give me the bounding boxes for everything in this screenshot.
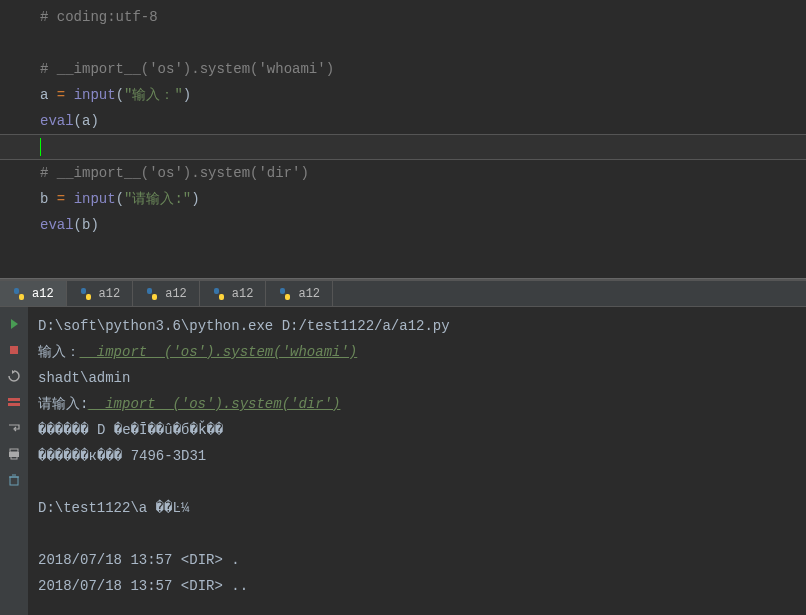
run-tab[interactable]: a12 bbox=[67, 281, 134, 306]
console-output[interactable]: D:\soft\python3.6\python.exe D:/test1122… bbox=[28, 307, 806, 615]
svg-rect-12 bbox=[8, 403, 20, 406]
restart-button[interactable] bbox=[3, 365, 25, 387]
user-input: __import__('os').system('dir') bbox=[88, 396, 340, 412]
svg-rect-15 bbox=[11, 456, 17, 459]
run-tab-bar: a12 a12 a12 a12 a12 bbox=[0, 281, 806, 307]
output-line: ������к��� 7496-3D31 bbox=[38, 443, 796, 469]
output-line: shadt\admin bbox=[38, 365, 796, 391]
python-file-icon bbox=[79, 287, 93, 301]
user-input: __import__('os').system('whoami') bbox=[80, 344, 357, 360]
print-button[interactable] bbox=[3, 443, 25, 465]
svg-rect-13 bbox=[10, 449, 18, 452]
tab-label: a12 bbox=[232, 287, 254, 301]
rerun-button[interactable] bbox=[3, 313, 25, 335]
code-comment: # __import__('os').system('whoami') bbox=[40, 61, 334, 77]
tab-label: a12 bbox=[99, 287, 121, 301]
code-line: b = input("请输入:") bbox=[0, 186, 806, 212]
output-line: 请输入:__import__('os').system('dir') bbox=[38, 391, 796, 417]
command-line: D:\soft\python3.6\python.exe D:/test1122… bbox=[38, 313, 796, 339]
blank-line bbox=[0, 30, 806, 56]
svg-rect-5 bbox=[152, 294, 157, 300]
layout-button[interactable] bbox=[3, 391, 25, 413]
svg-rect-9 bbox=[285, 294, 290, 300]
blank-line bbox=[38, 521, 796, 547]
tab-label: a12 bbox=[298, 287, 320, 301]
svg-rect-6 bbox=[214, 288, 219, 294]
output-line: 输入：__import__('os').system('whoami') bbox=[38, 339, 796, 365]
svg-rect-4 bbox=[147, 288, 152, 294]
cursor-line bbox=[0, 134, 806, 160]
code-line: a = input("输入：") bbox=[0, 82, 806, 108]
svg-rect-11 bbox=[8, 398, 20, 401]
svg-rect-10 bbox=[10, 346, 18, 354]
code-comment: # __import__('os').system('dir') bbox=[40, 165, 309, 181]
code-line: eval(a) bbox=[0, 108, 806, 134]
tab-label: a12 bbox=[165, 287, 187, 301]
python-file-icon bbox=[12, 287, 26, 301]
run-tab[interactable]: a12 bbox=[133, 281, 200, 306]
svg-rect-3 bbox=[86, 294, 91, 300]
python-file-icon bbox=[278, 287, 292, 301]
output-line: 2018/07/18 13:57 <DIR> .. bbox=[38, 573, 796, 599]
svg-rect-7 bbox=[219, 294, 224, 300]
code-editor[interactable]: # coding:utf-8 # __import__('os').system… bbox=[0, 0, 806, 278]
run-tab[interactable]: a12 bbox=[266, 281, 333, 306]
console-toolbar bbox=[0, 307, 28, 615]
svg-rect-1 bbox=[19, 294, 24, 300]
python-file-icon bbox=[212, 287, 226, 301]
run-tab[interactable]: a12 bbox=[200, 281, 267, 306]
svg-rect-2 bbox=[81, 288, 86, 294]
console-panel: D:\soft\python3.6\python.exe D:/test1122… bbox=[0, 307, 806, 615]
svg-rect-8 bbox=[280, 288, 285, 294]
output-line: D:\test1122\a ��Ŀ¼ bbox=[38, 495, 796, 521]
caret-icon bbox=[40, 138, 41, 156]
code-comment: # coding:utf-8 bbox=[40, 9, 158, 25]
python-file-icon bbox=[145, 287, 159, 301]
run-tab[interactable]: a12 bbox=[0, 281, 67, 306]
soft-wrap-button[interactable] bbox=[3, 417, 25, 439]
svg-rect-0 bbox=[14, 288, 19, 294]
output-line: 2018/07/18 13:57 <DIR> . bbox=[38, 547, 796, 573]
tab-label: a12 bbox=[32, 287, 54, 301]
blank-line bbox=[38, 469, 796, 495]
output-line: ������ D �е�Ī��û�б�ǩ�� bbox=[38, 417, 796, 443]
code-line: eval(b) bbox=[0, 212, 806, 238]
stop-button[interactable] bbox=[3, 339, 25, 361]
svg-rect-16 bbox=[10, 477, 18, 485]
trash-button[interactable] bbox=[3, 469, 25, 491]
